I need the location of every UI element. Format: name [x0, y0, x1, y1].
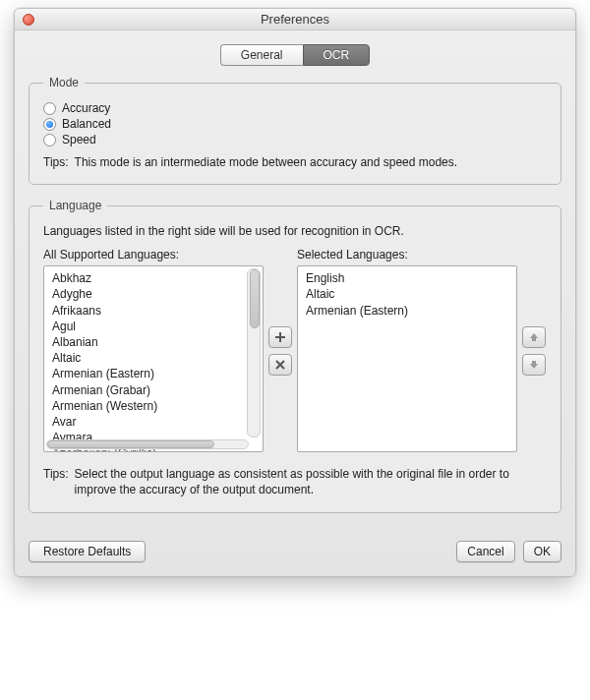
mode-option-balanced[interactable]: Balanced	[43, 117, 547, 131]
mode-tips-label: Tips:	[43, 154, 69, 170]
cancel-button[interactable]: Cancel	[456, 541, 514, 562]
list-item[interactable]: Armenian (Eastern)	[306, 303, 512, 319]
radio-icon	[43, 134, 56, 146]
language-tips-text: Select the output language as consistent…	[75, 466, 547, 497]
horizontal-scrollbar-thumb[interactable]	[47, 440, 214, 448]
list-item[interactable]: Armenian (Eastern)	[52, 366, 259, 381]
window-title: Preferences	[261, 12, 329, 27]
preferences-window: Preferences General OCR Mode Accuracy Ba…	[14, 8, 576, 577]
radio-icon	[43, 102, 56, 115]
list-item[interactable]: Altaic	[306, 286, 512, 302]
window-close-button[interactable]	[23, 14, 34, 26]
vertical-scrollbar-thumb[interactable]	[250, 269, 260, 328]
mode-group: Mode Accuracy Balanced Speed Tips: This …	[29, 76, 561, 185]
restore-defaults-button[interactable]: Restore Defaults	[29, 541, 146, 562]
mode-tips-text: This mode is an intermediate mode betwee…	[75, 154, 458, 170]
move-up-button[interactable]	[522, 326, 546, 348]
tab-ocr[interactable]: OCR	[303, 44, 371, 66]
mode-legend: Mode	[43, 76, 85, 89]
plus-icon	[274, 331, 286, 343]
list-item[interactable]: Agul	[52, 319, 259, 334]
list-item[interactable]: Abkhaz	[52, 270, 259, 286]
ok-button[interactable]: OK	[523, 541, 561, 562]
list-item[interactable]: Altaic	[52, 350, 259, 366]
tab-general[interactable]: General	[220, 44, 303, 66]
mode-option-speed[interactable]: Speed	[43, 133, 547, 146]
radio-label: Balanced	[62, 117, 111, 131]
list-item[interactable]: Avar	[52, 414, 259, 430]
mode-option-accuracy[interactable]: Accuracy	[43, 101, 547, 115]
list-item[interactable]: Afrikaans	[52, 303, 259, 319]
language-description: Languages listed in the right side will …	[43, 224, 547, 238]
list-item[interactable]: Armenian (Grabar)	[52, 382, 259, 398]
selected-languages-listbox[interactable]: English Altaic Armenian (Eastern)	[297, 265, 517, 452]
tab-bar: General OCR	[29, 44, 561, 66]
remove-language-button[interactable]	[268, 354, 292, 376]
all-languages-label: All Supported Languages:	[43, 248, 264, 262]
language-group: Language Languages listed in the right s…	[29, 199, 561, 512]
language-legend: Language	[43, 199, 107, 212]
add-language-button[interactable]	[268, 326, 292, 348]
selected-languages-label: Selected Languages:	[297, 248, 517, 262]
radio-label: Accuracy	[62, 101, 110, 115]
list-item[interactable]: Armenian (Western)	[52, 398, 259, 414]
arrow-down-icon	[528, 359, 540, 371]
language-tips-label: Tips:	[43, 466, 69, 497]
list-item[interactable]: English	[306, 270, 512, 286]
radio-icon	[43, 118, 56, 131]
x-icon	[274, 359, 286, 371]
list-item[interactable]: Albanian	[52, 334, 259, 350]
arrow-up-icon	[528, 331, 540, 343]
all-languages-listbox[interactable]: Abkhaz Adyghe Afrikaans Agul Albanian Al…	[43, 265, 264, 452]
radio-label: Speed	[62, 133, 96, 146]
titlebar: Preferences	[15, 9, 575, 30]
move-down-button[interactable]	[522, 354, 546, 376]
list-item[interactable]: Adyghe	[52, 286, 259, 302]
